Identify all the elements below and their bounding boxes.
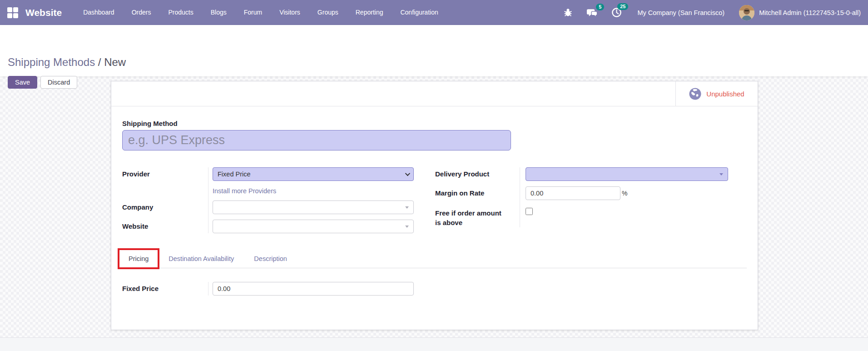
company-switcher[interactable]: My Company (San Francisco) [637, 9, 724, 16]
shipping-method-form: Unpublished Shipping Method Provider Fix… [111, 81, 758, 330]
form-sheet: Shipping Method Provider Fixed Price Ins… [111, 120, 758, 296]
percent-suffix: % [622, 190, 627, 197]
fixed-price-group: Fixed Price [122, 282, 413, 296]
provider-label: Provider [122, 167, 208, 186]
tab-description[interactable]: Description [244, 249, 297, 268]
menu-reporting[interactable]: Reporting [347, 0, 392, 25]
page-footer-strip [0, 337, 868, 351]
app-title[interactable]: Website [25, 7, 62, 18]
activities-count-badge: 25 [617, 3, 628, 10]
menu-groups[interactable]: Groups [309, 0, 347, 25]
debug-bug-icon[interactable] [563, 8, 573, 17]
fixed-price-label: Fixed Price [122, 282, 208, 296]
delivery-product-label: Delivery Product [435, 167, 520, 186]
menu-forum[interactable]: Forum [235, 0, 271, 25]
company-label: Company [122, 201, 208, 220]
control-panel: Shipping Methods / New Save Discard [0, 25, 868, 76]
margin-on-rate-label: Margin on Rate [435, 186, 520, 206]
action-buttons: Save Discard [8, 76, 77, 89]
discard-button[interactable]: Discard [40, 76, 77, 89]
publish-toggle-button[interactable]: Unpublished [675, 81, 758, 106]
tab-destination-availability[interactable]: Destination Availability [159, 249, 244, 268]
menu-visitors[interactable]: Visitors [271, 0, 309, 25]
shipping-method-label: Shipping Method [122, 120, 747, 127]
tab-pricing[interactable]: Pricing [119, 249, 159, 268]
user-menu[interactable]: Mitchell Admin (11227453-15-0-all) [739, 5, 861, 20]
shipping-method-name-input[interactable] [122, 130, 511, 150]
form-statusbar: Unpublished [111, 81, 758, 106]
breadcrumb-separator: / [98, 56, 101, 68]
user-avatar [739, 5, 754, 20]
free-if-order-amount-label: Free if order amount is above [435, 206, 520, 227]
user-name: Mitchell Admin (11227453-15-0-all) [759, 9, 861, 16]
menu-orders[interactable]: Orders [123, 0, 160, 25]
messages-count-badge: 5 [596, 4, 604, 10]
caret-down-icon [719, 173, 723, 176]
margin-on-rate-input[interactable] [526, 186, 620, 200]
caret-down-icon [405, 226, 409, 228]
left-field-group: Provider Fixed Price Install more Provid… [122, 167, 413, 233]
breadcrumb-current: New [104, 56, 126, 68]
apps-menu-icon[interactable] [7, 7, 18, 18]
company-select[interactable] [213, 201, 414, 214]
top-navbar: Website Dashboard Orders Products Blogs … [0, 0, 868, 25]
main-menu: Dashboard Orders Products Blogs Forum Vi… [74, 0, 447, 25]
messages-icon[interactable]: 5 [586, 8, 598, 18]
activities-clock-icon[interactable]: 25 [611, 7, 622, 18]
website-label: Website [122, 220, 208, 233]
globe-icon [689, 88, 701, 100]
delivery-product-select[interactable] [526, 167, 728, 181]
save-button[interactable]: Save [8, 76, 37, 89]
menu-configuration[interactable]: Configuration [392, 0, 446, 25]
pricing-tab-pane: Fixed Price [122, 282, 747, 296]
fixed-price-input[interactable] [213, 282, 414, 296]
breadcrumb: Shipping Methods / New [8, 56, 126, 69]
navbar-systray: 5 25 My Company (San Francisco) Mitchell… [550, 5, 861, 20]
caret-down-icon [405, 206, 409, 209]
provider-select[interactable]: Fixed Price [213, 167, 414, 181]
right-field-group: Delivery Product Margin on Rate % Free i… [435, 167, 728, 227]
provider-selected-value: Fixed Price [218, 170, 251, 178]
chevron-down-icon [405, 171, 410, 176]
form-columns: Provider Fixed Price Install more Provid… [122, 167, 747, 233]
menu-products[interactable]: Products [159, 0, 202, 25]
notebook-tabs: Pricing Destination Availability Descrip… [119, 249, 747, 268]
breadcrumb-parent[interactable]: Shipping Methods [8, 56, 95, 68]
menu-dashboard[interactable]: Dashboard [74, 0, 123, 25]
free-if-order-amount-checkbox[interactable] [526, 208, 533, 215]
publish-state-label: Unpublished [706, 90, 744, 98]
menu-blogs[interactable]: Blogs [202, 0, 235, 25]
website-select[interactable] [213, 220, 414, 233]
install-more-providers-link[interactable]: Install more Providers [213, 186, 276, 195]
